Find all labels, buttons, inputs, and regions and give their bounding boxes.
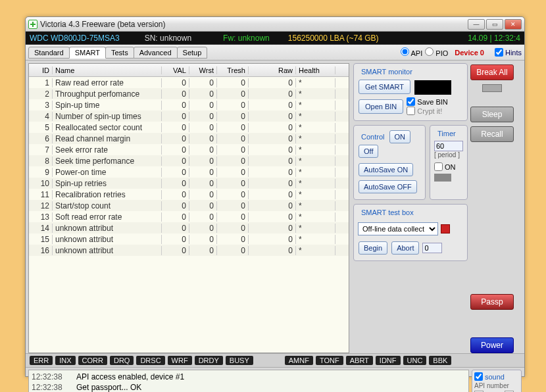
power-button[interactable]: Power [470,337,514,353]
log-line: 12:32:38API access enabled, device #1 [32,372,466,382]
flag-drq: DRQ [110,356,134,365]
flag-amnf: AMNF [285,356,313,365]
drive-sn: SN: unknown [145,34,191,43]
pio-radio[interactable]: PIO [425,47,448,57]
col-id[interactable]: ID [29,66,53,74]
flag-wrf: WRF [168,356,192,365]
crypt-checkbox[interactable]: Crypt it! [407,107,447,115]
timer-indicator [434,174,451,182]
col-health[interactable]: Health [296,66,335,74]
table-row[interactable]: 12Start/stop count0000* [29,200,349,211]
drive-lba: 156250000 LBA (~74 GB) [288,34,379,43]
col-tresh[interactable]: Tresh [217,66,249,74]
autosave-on-button[interactable]: AutoSave ON [359,163,413,176]
sound-checkbox[interactable]: sound [474,372,519,381]
flag-drsc: DRSC [136,356,164,365]
test-status-icon [441,224,450,233]
table-row[interactable]: 2Throughput perfomance0000* [29,88,349,99]
control-on-button[interactable]: ON [389,130,411,143]
tab-standard[interactable]: Standard [28,47,70,59]
titlebar[interactable]: Victoria 4.3 Freeware (beta version) — ▭… [26,17,524,32]
control-group: Control ON Off AutoSave ON AutoSave OFF [353,125,426,200]
table-row[interactable]: 11Recalibration retries0000* [29,189,349,200]
smart-status-indicator [414,80,451,95]
tab-tests[interactable]: Tests [105,47,134,59]
control-off-button[interactable]: Off [359,145,378,158]
tab-smart[interactable]: SMART [69,47,106,59]
passp-button[interactable]: Passp [470,294,514,310]
device-label: Device 0 [455,49,484,57]
timer-group: Timer [ period ] ON [430,125,468,200]
flag-unc: UNC [403,356,427,365]
sleep-button[interactable]: Sleep [470,107,514,122]
table-row[interactable]: 9Power-on time0000* [29,166,349,178]
col-raw[interactable]: Raw [249,66,296,74]
table-row[interactable]: 15unknown attribut0000* [29,233,349,245]
maximize-button[interactable]: ▭ [486,19,503,30]
col-wrst[interactable]: Wrst [189,66,217,74]
api-box: sound API number – 0 + [472,370,522,392]
autosave-off-button[interactable]: AutoSave OFF [359,180,417,193]
log-line: 12:32:38Get passport... OK [32,382,466,392]
timer-input[interactable] [434,141,463,151]
test-select[interactable]: Off-line data collect [358,222,438,235]
window-title: Victoria 4.3 Freeware (beta version) [40,20,166,29]
flag-abrt: ABRT [346,356,373,365]
smart-test-group: SMART test box Off-line data collect Beg… [353,204,468,261]
abort-button[interactable]: Abort [391,241,419,255]
timer-on-checkbox[interactable]: ON [434,162,463,171]
table-row[interactable]: 8Seek time perfomance0000* [29,155,349,166]
flag-idnf: IDNF [376,356,401,365]
clock: 14.09 | 12:32:4 [468,34,520,43]
app-icon [28,20,37,29]
hints-checkbox[interactable]: Hints [495,48,522,57]
flag-busy: BUSY [226,356,253,365]
get-smart-button[interactable]: Get SMART [359,80,410,94]
break-all-button[interactable]: Break All [470,64,514,80]
col-name[interactable]: Name [53,66,162,74]
save-bin-checkbox[interactable]: Save BIN [407,97,447,106]
table-row[interactable]: 7Seek error rate0000* [29,144,349,155]
flag-tonf: TONF [316,356,343,365]
flag-err: ERR [30,356,53,365]
tab-setup[interactable]: Setup [177,47,208,59]
break-indicator [482,84,502,92]
test-value-input[interactable] [422,243,442,253]
begin-button[interactable]: Begin [359,241,387,255]
table-row[interactable]: 16unknown attribut0000* [29,245,349,256]
table-row[interactable]: 14unknown attribut0000* [29,222,349,233]
col-val[interactable]: VAL [162,66,189,74]
drive-info-bar: WDC WD800JD-75MSA3 SN: unknown Fw: unkno… [26,32,524,45]
table-row[interactable]: 10Spin-up retries0000* [29,178,349,189]
api-radio[interactable]: API [401,47,422,57]
table-header: ID Name VAL Wrst Tresh Raw Health [29,64,349,77]
flag-drdy: DRDY [195,356,223,365]
drive-model: WDC WD800JD-75MSA3 [30,34,120,43]
drive-fw: Fw: unknown [223,34,270,43]
minimize-button[interactable]: — [468,19,485,30]
tab-advanced[interactable]: Advanced [134,47,178,59]
status-flag-bar: ERRINXCORRDRQDRSCWRFDRDYBUSYAMNFTONFABRT… [26,353,524,368]
tab-bar: Standard SMART Tests Advanced Setup API … [26,45,524,61]
open-bin-button[interactable]: Open BIN [359,99,403,114]
flag-inx: INX [55,356,75,365]
app-window: Victoria 4.3 Freeware (beta version) — ▭… [25,16,525,377]
recall-button[interactable]: Recall [470,126,514,142]
flag-corr: CORR [78,356,107,365]
table-row[interactable]: 3Spin-up time0000* [29,99,349,110]
flag-bbk: BBK [429,356,451,365]
table-row[interactable]: 6Read channel margin0000* [29,133,349,144]
smart-table: ID Name VAL Wrst Tresh Raw Health 1Raw r… [28,63,349,353]
table-row[interactable]: 4Number of spin-up times0000* [29,110,349,122]
close-button[interactable]: ✕ [505,19,522,30]
table-row[interactable]: 13Soft read error rate0000* [29,211,349,222]
smart-monitor-group: SMART monitor Get SMART Open BIN Save BI… [353,63,468,121]
table-row[interactable]: 1Raw read error rate0000* [29,77,349,88]
log-panel[interactable]: 12:32:38API access enabled, device #112:… [28,370,469,392]
table-row[interactable]: 5Reallocated sector count0000* [29,122,349,133]
